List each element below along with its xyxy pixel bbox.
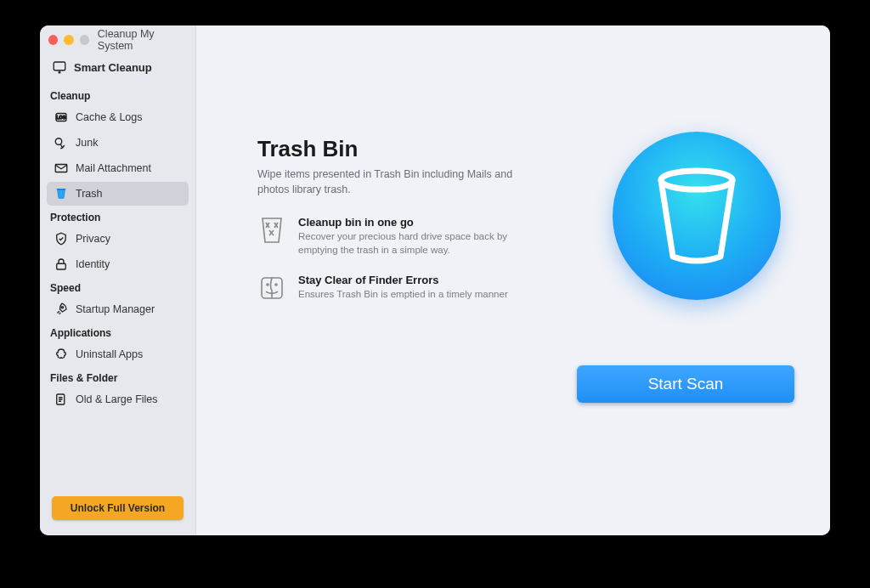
sidebar-item-mail-attachment[interactable]: Mail Attachment [47,156,189,180]
apps-icon [54,347,69,362]
feature-item: Stay Clear of Finder Errors Ensures Tras… [257,274,597,302]
sidebar-item-label: Cache & Logs [76,111,143,123]
log-icon: LOG [54,110,69,125]
sidebar-bottom: Unlock Full Version [40,486,195,535]
sidebar-item-startup-manager[interactable]: Startup Manager [47,297,189,321]
svg-rect-7 [57,263,66,269]
feature-title: Stay Clear of Finder Errors [298,274,508,286]
page-subtitle: Wipe items presented in Trash Bin includ… [257,167,538,197]
svg-point-13 [661,171,732,189]
sidebar-item-smart-cleanup[interactable]: Smart Cleanup [47,56,189,78]
trash-hero-icon [613,132,781,300]
sidebar-item-identity[interactable]: Identity [47,252,189,276]
section-header-cleanup: Cleanup [40,85,195,105]
svg-point-1 [59,71,60,73]
sidebar-item-label: Startup Manager [76,303,155,315]
svg-rect-0 [54,62,65,71]
finder-icon [257,274,286,302]
sidebar-item-trash[interactable]: Trash [47,182,189,206]
sidebar: Cleanup My System Smart Cleanup Cleanup … [40,25,196,535]
sidebar-item-label: Junk [76,137,98,149]
svg-rect-6 [57,189,66,190]
section-header-applications: Applications [40,322,195,342]
sidebar-item-label: Trash [76,188,103,200]
shield-icon [54,231,69,246]
minimize-button[interactable] [64,35,73,45]
sidebar-item-label: Mail Attachment [76,162,151,174]
sidebar-item-label: Privacy [76,233,110,245]
start-scan-button[interactable]: Start Scan [577,365,794,403]
sidebar-item-cache-logs[interactable]: LOG Cache & Logs [47,105,189,129]
trashbin-outline-icon [257,216,286,245]
feature-desc: Recover your precious hard drive space b… [298,229,519,257]
titlebar: Cleanup My System [40,25,195,54]
trash-icon [54,186,69,201]
sidebar-item-label: Smart Cleanup [74,61,152,74]
svg-point-11 [267,284,268,286]
rocket-icon [54,302,69,317]
svg-point-12 [275,284,277,286]
sidebar-item-privacy[interactable]: Privacy [47,227,189,251]
close-button[interactable] [48,35,58,45]
app-window: Cleanup My System Smart Cleanup Cleanup … [40,25,830,535]
feature-title: Cleanup bin in one go [298,216,519,229]
sidebar-item-old-large-files[interactable]: Old & Large Files [47,387,189,411]
section-header-protection: Protection [40,206,195,226]
svg-text:LOG: LOG [56,115,65,120]
feature-desc: Ensures Trash Bin is emptied in a timely… [298,287,508,301]
junk-icon [54,135,69,150]
unlock-full-version-button[interactable]: Unlock Full Version [52,496,184,520]
section-header-speed: Speed [40,277,195,297]
mail-icon [54,161,69,176]
sidebar-item-uninstall-apps[interactable]: Uninstall Apps [47,342,189,366]
sidebar-item-label: Identity [76,258,110,270]
main-pane: Trash Bin Wipe items presented in Trash … [196,25,830,535]
section-header-files: Files & Folder [40,367,195,387]
svg-point-8 [61,307,63,308]
lock-icon [54,257,69,272]
feature-list: Cleanup bin in one go Recover your preci… [257,216,597,302]
svg-point-4 [55,139,62,145]
sidebar-item-label: Old & Large Files [76,393,158,405]
maximize-button[interactable] [80,35,89,45]
sidebar-item-label: Uninstall Apps [76,348,143,360]
feature-item: Cleanup bin in one go Recover your preci… [257,216,597,257]
files-icon [54,392,69,407]
window-title: Cleanup My System [98,28,187,52]
monitor-icon [52,59,67,75]
sidebar-item-junk[interactable]: Junk [47,131,189,155]
